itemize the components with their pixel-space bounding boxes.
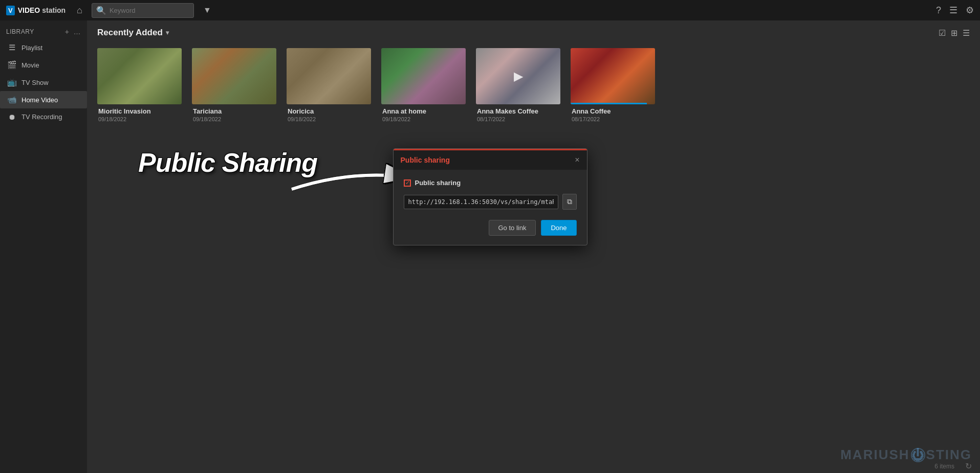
sidebar-item-label: Playlist — [21, 44, 42, 52]
grid-view-icon[interactable]: ⊞ — [951, 28, 957, 38]
sidebar-item-homevideo[interactable]: 📹 Home Video — [0, 91, 87, 108]
sharing-url-input[interactable] — [404, 195, 558, 209]
logo-v-icon: V — [6, 6, 15, 15]
video-title: Anna Makes Coffee — [477, 107, 559, 115]
sidebar: Library + … ☰ Playlist 🎬 Movie 📺 TV Show… — [0, 20, 87, 473]
go-to-link-button[interactable]: Go to link — [489, 220, 536, 236]
main-content: Recently Added ▾ ☑ ⊞ ☰ Mioritic Invasion… — [87, 20, 980, 473]
video-thumbnail — [287, 48, 371, 104]
logo-video-text: VIDEO — [18, 6, 40, 14]
search-input[interactable] — [110, 7, 189, 14]
main-layout: Library + … ☰ Playlist 🎬 Movie 📺 TV Show… — [0, 20, 980, 473]
video-title: Tariciana — [193, 107, 275, 115]
logo-station-text: station — [42, 6, 66, 14]
item-count: 6 items — [934, 463, 954, 470]
video-card[interactable]: Mioritic Invasion 09/18/2022 — [97, 48, 182, 123]
search-bar: 🔍 — [92, 3, 194, 18]
sidebar-item-tvshow[interactable]: 📺 TV Show — [0, 74, 87, 91]
modal-body: Public sharing ⧉ Go to link Done — [394, 170, 587, 245]
video-thumbnail — [192, 48, 276, 104]
view-controls: ☑ ⊞ ☰ — [939, 28, 970, 38]
sidebar-item-tvrecording[interactable]: ⏺ TV Recording — [0, 108, 87, 125]
video-card[interactable]: Anna at home 09/18/2022 — [381, 48, 466, 123]
video-thumbnail — [571, 48, 655, 104]
sharing-row: Public sharing — [404, 179, 577, 187]
sidebar-item-label: TV Recording — [21, 113, 62, 121]
done-button[interactable]: Done — [541, 220, 576, 236]
video-card[interactable]: Anna Coffee 08/17/2022 — [571, 48, 655, 123]
sidebar-item-label: Movie — [21, 61, 39, 69]
sidebar-item-label: TV Show — [21, 79, 49, 86]
public-sharing-checkbox[interactable] — [404, 179, 411, 187]
video-info: Noricica 09/18/2022 — [287, 104, 371, 123]
sidebar-item-playlist[interactable]: ☰ Playlist — [0, 39, 87, 56]
video-info: Anna Makes Coffee 08/17/2022 — [476, 104, 560, 123]
video-thumbnail: ▶ — [476, 48, 560, 104]
video-title: Mioritic Invasion — [98, 107, 181, 115]
topbar-right: ? ☰ ⚙ — [936, 5, 974, 16]
video-date: 09/18/2022 — [98, 116, 181, 122]
video-card[interactable]: ▶ Anna Makes Coffee 08/17/2022 — [476, 48, 560, 123]
sidebar-header-icons: + … — [65, 28, 81, 36]
menu-icon[interactable]: ☰ — [949, 5, 957, 16]
copy-url-button[interactable]: ⧉ — [562, 194, 577, 210]
modal-footer: Go to link Done — [404, 218, 577, 236]
public-sharing-modal: Public sharing × Public sharing ⧉ Go to … — [393, 148, 587, 245]
library-label: Library — [6, 28, 34, 35]
modal-header: Public sharing × — [394, 149, 587, 170]
playlist-icon: ☰ — [7, 43, 16, 52]
video-card[interactable]: Tariciana 09/18/2022 — [192, 48, 276, 123]
video-info: Anna at home 09/18/2022 — [381, 104, 466, 123]
topbar: V VIDEO station ⌂ 🔍 ▼ ? ☰ ⚙ — [0, 0, 980, 20]
video-info: Mioritic Invasion 09/18/2022 — [97, 104, 182, 123]
video-info: Tariciana 09/18/2022 — [192, 104, 276, 123]
video-thumbnail — [381, 48, 466, 104]
modal-close-button[interactable]: × — [575, 155, 579, 165]
video-date: 08/17/2022 — [477, 116, 559, 122]
tvshow-icon: 📺 — [7, 78, 16, 87]
annotation-overlay: Public Sharing — [138, 148, 317, 177]
thumb-placeholder — [97, 48, 182, 104]
watermark: MARIUSH ⏻ STING — [840, 447, 972, 463]
main-header: Recently Added ▾ ☑ ⊞ ☰ — [87, 20, 980, 43]
url-row: ⧉ — [404, 194, 577, 210]
home-button[interactable]: ⌂ — [73, 3, 86, 18]
sidebar-item-movie[interactable]: 🎬 Movie — [0, 56, 87, 74]
section-dropdown-icon[interactable]: ▾ — [166, 29, 169, 36]
sidebar-header: Library + … — [0, 25, 87, 39]
watermark-power-icon: ⏻ — [911, 448, 925, 462]
help-icon[interactable]: ? — [936, 5, 941, 16]
video-title: Noricica — [288, 107, 370, 115]
video-card[interactable]: Noricica 09/18/2022 — [287, 48, 371, 123]
annotation-text: Public Sharing — [138, 148, 317, 177]
video-date: 09/18/2022 — [288, 116, 370, 122]
video-title: Anna Coffee — [572, 107, 654, 115]
video-date: 08/17/2022 — [572, 116, 654, 122]
refresh-icon[interactable]: ↻ — [965, 461, 972, 471]
settings-icon[interactable]: ⚙ — [966, 5, 974, 16]
homevideo-icon: 📹 — [7, 95, 16, 104]
section-title-text: Recently Added — [97, 28, 163, 38]
watermark-text-before: MARIUSH — [840, 447, 909, 463]
section-title: Recently Added ▾ — [97, 28, 169, 38]
video-date: 09/18/2022 — [193, 116, 275, 122]
progress-bar — [571, 103, 647, 104]
public-sharing-label: Public sharing — [415, 179, 461, 187]
modal-title: Public sharing — [401, 156, 450, 164]
video-date: 09/18/2022 — [382, 116, 465, 122]
select-view-icon[interactable]: ☑ — [939, 28, 946, 38]
video-title: Anna at home — [382, 107, 465, 115]
watermark-text-after: STING — [926, 447, 972, 463]
search-icon: 🔍 — [96, 6, 106, 15]
app-logo: V VIDEO station — [6, 6, 68, 15]
add-library-icon[interactable]: + — [65, 28, 70, 36]
filter-button[interactable]: ▼ — [199, 4, 215, 17]
list-view-icon[interactable]: ☰ — [963, 28, 970, 38]
more-library-icon[interactable]: … — [74, 28, 81, 36]
play-icon: ▶ — [514, 69, 523, 83]
movie-icon: 🎬 — [7, 60, 16, 70]
tvrecording-icon: ⏺ — [7, 112, 16, 121]
video-info: Anna Coffee 08/17/2022 — [571, 104, 655, 123]
video-thumbnail — [97, 48, 182, 104]
sidebar-item-label: Home Video — [21, 96, 58, 104]
